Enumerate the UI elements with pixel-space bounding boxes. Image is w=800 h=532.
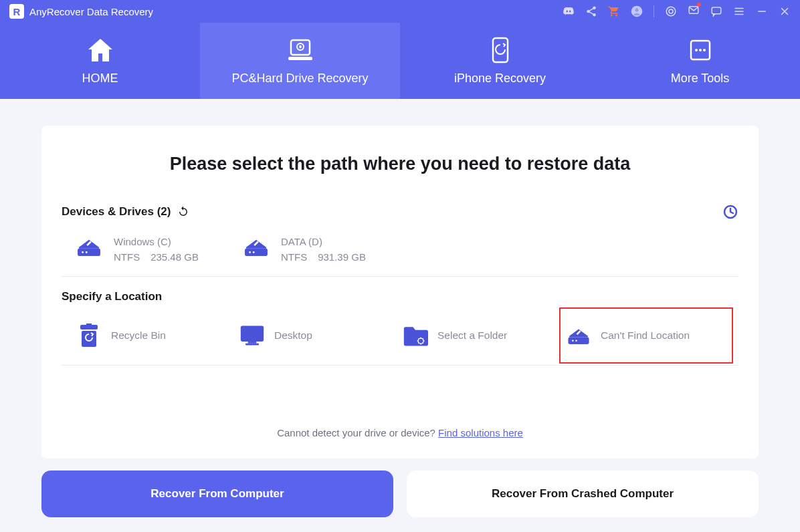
drive-name: Windows (C) [114,236,199,247]
close-icon[interactable] [779,5,791,17]
devices-section-header: Devices & Drives (2) [62,204,738,220]
tab-home[interactable]: HOME [0,23,200,99]
tab-pc-recovery-label: PC&Hard Drive Recovery [231,72,368,86]
target-icon[interactable] [665,5,677,17]
svg-point-1 [635,8,638,11]
svg-rect-24 [82,331,96,347]
svg-point-20 [249,251,251,253]
svg-point-30 [572,340,574,342]
drive-name: DATA (D) [281,236,366,247]
svg-rect-9 [299,45,301,48]
tab-iphone-recovery[interactable]: iPhone Recovery [400,23,600,99]
drive-size: 235.48 GB [151,251,199,263]
svg-rect-23 [86,323,92,325]
mail-button[interactable] [688,4,700,19]
divider [654,5,654,17]
refresh-icon[interactable] [177,206,189,218]
page-heading: Please select the path where you need to… [62,154,738,174]
app-logo-icon: R [9,4,24,19]
svg-rect-5 [712,7,721,14]
svg-rect-19 [245,249,268,256]
drive-data-d[interactable]: DATA (D) NTFS 931.39 GB [242,236,409,263]
svg-rect-7 [288,57,312,60]
svg-point-13 [699,49,702,51]
share-icon[interactable] [585,5,597,17]
titlebar: R AnyRecover Data Recovery [0,0,800,23]
more-tools-icon [688,37,712,63]
menu-icon[interactable] [733,5,745,17]
detect-text: Cannot detect your drive or device? [277,427,438,438]
detect-help-line: Cannot detect your drive or device? Find… [62,427,738,438]
location-desktop[interactable]: Desktop [238,322,401,349]
svg-point-31 [575,340,577,342]
cart-icon[interactable] [608,5,620,17]
folder-gear-icon [403,323,428,348]
app-title: AnyRecover Data Recovery [29,6,153,17]
drive-icon [242,236,270,257]
location-cant-find[interactable]: Can't Find Location [559,307,733,364]
monitor-icon [287,37,314,63]
drive-icon [75,236,103,257]
minimize-icon[interactable] [756,5,768,17]
tab-more-tools-label: More Tools [671,72,730,86]
svg-point-14 [703,49,706,51]
location-label: Recycle Bin [111,329,166,342]
locations-list: Recycle Bin Desktop Select a Folder Can'… [62,315,738,366]
title-area: R AnyRecover Data Recovery [9,4,153,19]
svg-rect-22 [80,325,98,329]
drive-windows-c[interactable]: Windows (C) NTFS 235.48 GB [75,236,242,263]
svg-rect-26 [248,342,257,344]
tab-iphone-recovery-label: iPhone Recovery [454,72,546,86]
phone-icon [490,37,510,63]
svg-point-2 [666,7,676,16]
location-recycle-bin[interactable]: Recycle Bin [75,322,238,349]
drive-size: 931.39 GB [318,251,366,263]
devices-section-text: Devices & Drives (2) [62,205,171,219]
svg-point-12 [695,49,698,51]
svg-point-17 [82,251,84,253]
svg-rect-27 [245,344,259,346]
svg-rect-29 [568,338,589,344]
history-icon[interactable] [722,204,738,220]
location-label: Select a Folder [437,329,507,342]
recycle-bin-icon [76,323,102,348]
tab-pc-recovery[interactable]: PC&Hard Drive Recovery [200,23,400,99]
account-icon[interactable] [631,5,643,17]
bottom-button-row: Recover From Computer Recover From Crash… [41,471,759,517]
desktop-icon [239,323,265,348]
location-select-folder[interactable]: Select a Folder [401,322,565,349]
svg-point-3 [669,9,673,13]
discord-icon[interactable] [563,5,575,17]
recover-from-computer-button[interactable]: Recover From Computer [41,471,393,517]
drive-search-icon [566,323,591,348]
recover-from-crashed-button[interactable]: Recover From Crashed Computer [407,471,759,517]
nav-tabs: HOME PC&Hard Drive Recovery iPhone Recov… [0,23,800,99]
find-solutions-link[interactable]: Find solutions here [438,427,523,438]
window-controls [563,4,791,19]
drive-fs: NTFS [281,251,307,263]
devices-section-title: Devices & Drives (2) [62,205,189,219]
tab-home-label: HOME [82,72,118,86]
location-label: Desktop [274,329,312,342]
drive-fs: NTFS [114,251,140,263]
svg-point-21 [253,251,255,253]
main-panel: Please select the path where you need to… [41,126,759,458]
home-icon [86,37,114,63]
feedback-icon[interactable] [710,5,722,17]
svg-rect-16 [78,249,100,256]
specify-section-title: Specify a Location [62,290,738,303]
svg-rect-25 [241,326,264,342]
mail-notification-dot [697,3,701,7]
drives-list: Windows (C) NTFS 235.48 GB DATA (D) NTFS… [62,229,738,277]
location-label: Can't Find Location [601,329,690,342]
svg-point-18 [86,251,88,253]
tab-more-tools[interactable]: More Tools [600,23,800,99]
